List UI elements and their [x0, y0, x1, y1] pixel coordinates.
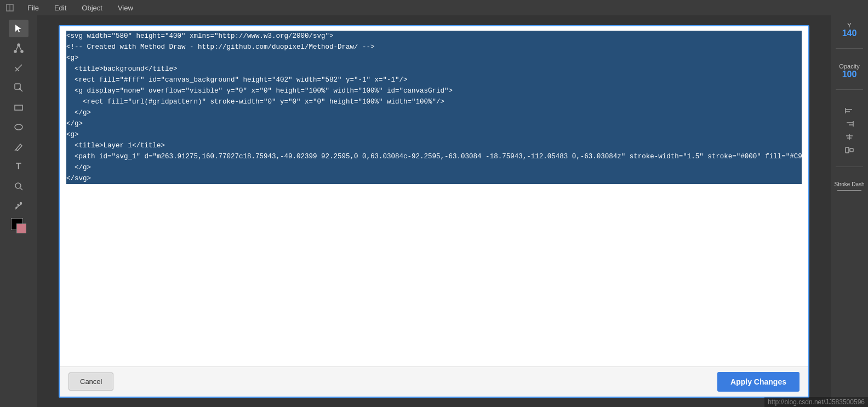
code-line-11: <path id="svg_1" d="m263.91275,160.77027…	[66, 151, 802, 162]
code-line-empty-12	[66, 316, 802, 326]
svg-line-9	[19, 88, 22, 91]
tool-rectangle[interactable]	[9, 99, 28, 116]
code-line-1: <!-- Created with Method Draw - http://g…	[66, 42, 802, 53]
code-line-10: <title>Layer 1</title>	[66, 140, 802, 151]
apply-changes-button[interactable]: Apply Changes	[717, 372, 800, 392]
svg-point-5	[18, 44, 20, 46]
align-left-btn[interactable]	[841, 104, 858, 117]
menu-bar: File Edit Object View	[0, 0, 868, 15]
code-line-6: <rect fill="url(#gridpattern)" stroke-wi…	[66, 96, 802, 107]
svg-point-13	[15, 183, 21, 188]
dialog-footer: Cancel Apply Changes	[60, 366, 808, 397]
right-panel: Y 140 Opacity 100	[831, 15, 868, 407]
y-value: 140	[842, 28, 857, 38]
code-line-empty-4	[66, 228, 802, 239]
code-line-empty-13	[66, 326, 802, 337]
tool-color-picker[interactable]	[9, 217, 28, 234]
code-line-4: <rect fill="#fff" id="canvas_background"…	[66, 74, 802, 85]
code-line-empty-11	[66, 305, 802, 316]
menu-view[interactable]: View	[115, 3, 136, 13]
tool-ellipse[interactable]	[9, 118, 28, 136]
code-line-empty-8	[66, 272, 802, 283]
code-line-empty-6	[66, 250, 802, 261]
code-line-7: </g>	[66, 107, 802, 118]
opacity-value: 100	[842, 70, 857, 79]
tool-text[interactable]: T	[9, 158, 28, 175]
svg-point-11	[15, 124, 22, 130]
code-line-empty-2	[66, 206, 802, 217]
svg-rect-27	[846, 147, 849, 153]
panel-divider-1	[836, 48, 863, 49]
code-line-empty-15	[66, 348, 802, 359]
code-line-empty-0	[66, 184, 802, 195]
cancel-button[interactable]: Cancel	[68, 372, 113, 391]
code-line-empty-10	[66, 294, 802, 305]
main-canvas-area: <svg width="580" height="400" xmlns="htt…	[37, 15, 831, 407]
code-line-12: </g>	[66, 162, 802, 173]
tool-tweak[interactable]	[9, 59, 28, 77]
distribute-btn[interactable]	[841, 144, 858, 157]
code-line-8: </g>	[66, 118, 802, 129]
code-line-empty-9	[66, 283, 802, 294]
svg-rect-28	[850, 148, 853, 152]
code-line-empty-3	[66, 217, 802, 228]
svg-point-3	[14, 50, 16, 53]
code-line-13: </svg>	[66, 173, 802, 184]
tool-pencil[interactable]	[9, 138, 28, 156]
code-line-empty-14	[66, 337, 802, 348]
stroke-dash-label: Stroke Dash	[834, 181, 864, 188]
code-editor-area[interactable]: <svg width="580" height="400" xmlns="htt…	[60, 26, 808, 366]
tool-spray[interactable]	[9, 197, 28, 215]
align-center-btn[interactable]	[841, 130, 858, 144]
svg-line-12	[15, 150, 16, 151]
code-line-9: <g>	[66, 129, 802, 140]
tool-zoom[interactable]	[9, 79, 28, 96]
panel-divider-2	[836, 89, 863, 90]
svg-rect-10	[15, 105, 22, 110]
code-line-empty-7	[66, 261, 802, 272]
tool-search[interactable]	[9, 177, 28, 195]
menu-file[interactable]: File	[24, 3, 42, 13]
align-right-btn[interactable]	[841, 117, 858, 130]
dialog-body: <svg width="580" height="400" xmlns="htt…	[60, 26, 808, 366]
svg-point-4	[21, 50, 23, 53]
watermark: http://blog.csdn.net/JJ583500596	[764, 397, 868, 407]
left-toolbar: T	[0, 15, 37, 407]
stroke-dash-preview	[837, 190, 861, 191]
code-line-3: <title>background</title>	[66, 64, 802, 74]
menu-object[interactable]: Object	[78, 3, 106, 13]
panel-divider-3	[836, 167, 863, 167]
code-line-empty-5	[66, 239, 802, 250]
tool-select[interactable]	[9, 20, 28, 37]
tool-node-edit[interactable]	[9, 39, 28, 57]
xml-editor-dialog: <svg width="580" height="400" xmlns="htt…	[59, 25, 809, 398]
y-label: Y	[847, 22, 851, 28]
svg-point-16	[18, 204, 19, 205]
code-line-empty-1	[66, 195, 802, 206]
svg-point-15	[20, 203, 22, 204]
menu-edit[interactable]: Edit	[51, 3, 70, 13]
app-logo	[4, 2, 15, 13]
svg-marker-2	[15, 25, 21, 32]
svg-line-14	[20, 188, 22, 190]
code-line-empty-16	[66, 359, 802, 366]
code-line-2: <g>	[66, 53, 802, 64]
dialog-overlay: <svg width="580" height="400" xmlns="htt…	[37, 15, 831, 407]
svg-point-17	[16, 207, 17, 208]
code-line-5: <g display="none" overflow="visible" y="…	[66, 85, 802, 96]
code-line-0: <svg width="580" height="400" xmlns="htt…	[66, 31, 802, 42]
opacity-label: Opacity	[839, 63, 859, 70]
